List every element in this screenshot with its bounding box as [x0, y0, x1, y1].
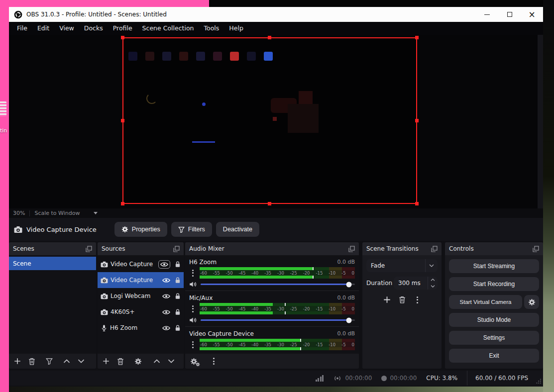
mute-toggle[interactable] [189, 281, 197, 288]
remove-transition-button[interactable] [399, 296, 406, 303]
duration-increment-button[interactable] [428, 277, 438, 283]
visibility-toggle[interactable] [158, 260, 170, 269]
visibility-toggle[interactable] [162, 294, 170, 299]
menu-help[interactable]: Help [224, 22, 248, 35]
duration-spinbox[interactable]: 300 ms [394, 277, 438, 290]
scene-transitions-header[interactable]: Scene Transitions [362, 242, 442, 255]
menu-view[interactable]: View [54, 22, 79, 35]
move-scene-down-button[interactable] [78, 359, 85, 363]
source-list-item[interactable]: 4K60S+ [98, 304, 184, 320]
source-list-item[interactable]: Video Capture [98, 256, 184, 272]
deactivate-button[interactable]: Deactivate [216, 222, 259, 237]
preview-scale-mode-select[interactable]: Scale to Window [34, 210, 80, 216]
visibility-toggle[interactable] [162, 325, 170, 331]
transform-handle[interactable] [121, 202, 124, 205]
visibility-toggle[interactable] [162, 278, 170, 283]
start-virtual-camera-button[interactable]: Start Virtual Camera [449, 295, 522, 309]
transform-handle[interactable] [415, 202, 419, 205]
titlebar[interactable]: OBS 31.0.3 - Profile: Untitled - Scenes:… [9, 7, 543, 22]
transform-handle[interactable] [121, 36, 124, 39]
exit-button[interactable]: Exit [449, 349, 539, 363]
lock-toggle[interactable] [175, 293, 181, 299]
transform-handle[interactable] [268, 202, 271, 205]
volume-slider-handle[interactable] [346, 282, 351, 287]
dock-popout-icon[interactable] [348, 246, 355, 252]
chevron-down-icon[interactable] [425, 259, 438, 272]
close-button[interactable]: × [521, 7, 543, 22]
mixer-options-button[interactable] [189, 303, 196, 314]
menu-edit[interactable]: Edit [32, 22, 54, 35]
transition-select[interactable]: Fade [366, 259, 438, 272]
scene-filters-button[interactable] [46, 358, 53, 365]
chevron-down-icon[interactable] [94, 212, 98, 214]
remove-scene-button[interactable] [28, 358, 35, 365]
sources-list[interactable]: Video Capture Video Capture Logi Webcam [98, 255, 184, 354]
advanced-audio-button[interactable] [190, 358, 198, 365]
menu-scene-collection[interactable]: Scene Collection [137, 22, 199, 35]
mute-toggle[interactable] [189, 317, 197, 323]
audio-mixer-header[interactable]: Audio Mixer [185, 242, 359, 255]
preview-canvas[interactable] [9, 35, 543, 208]
source-name: Video Capture [111, 277, 160, 284]
volume-slider[interactable] [201, 317, 355, 324]
dock-popout-icon[interactable] [86, 246, 92, 252]
virtual-camera-settings-button[interactable] [524, 295, 539, 309]
scenes-panel-header[interactable]: Scenes [9, 242, 96, 255]
start-streaming-button[interactable]: Start Streaming [449, 259, 539, 273]
lock-toggle[interactable] [175, 277, 181, 284]
remove-source-button[interactable] [117, 358, 124, 365]
minimize-button[interactable] [476, 7, 498, 22]
lock-toggle[interactable] [175, 261, 181, 268]
mixer-options-button[interactable] [189, 339, 196, 350]
mixer-options-button[interactable] [189, 267, 196, 279]
preview-zoom-level[interactable]: 30% [13, 210, 25, 216]
menu-tools[interactable]: Tools [199, 22, 224, 35]
add-source-button[interactable] [103, 358, 110, 365]
desktop-shortcut-icon[interactable] [0, 101, 6, 116]
desktop-wallpaper-pink [0, 0, 9, 392]
source-list-item[interactable]: Logi Webcam [98, 288, 184, 304]
record-status: 00:00:00 [381, 375, 417, 382]
transform-handle[interactable] [121, 119, 124, 122]
scene-list-item[interactable]: Scene [9, 257, 96, 270]
transform-handle[interactable] [415, 36, 419, 39]
lock-toggle[interactable] [175, 324, 181, 331]
move-scene-up-button[interactable] [63, 359, 70, 363]
transition-menu-button[interactable] [414, 296, 421, 303]
tick-label: -40 [251, 306, 258, 311]
move-source-up-button[interactable] [153, 359, 160, 363]
mixer-menu-button[interactable] [210, 358, 217, 365]
mixer-channel-name: Mic/Aux [189, 294, 213, 301]
menu-profile[interactable]: Profile [108, 22, 137, 35]
source-list-item[interactable]: H6 Zoom [98, 320, 184, 336]
properties-button[interactable]: Properties [114, 222, 167, 237]
filters-button[interactable]: Filters [171, 222, 212, 237]
dock-popout-icon[interactable] [173, 246, 180, 252]
source-list-item[interactable]: Video Capture [98, 272, 184, 288]
selected-source-bounds[interactable] [122, 37, 417, 204]
volume-slider[interactable] [201, 281, 355, 288]
menu-file[interactable]: File [12, 22, 32, 35]
add-scene-button[interactable] [14, 358, 21, 365]
start-recording-button[interactable]: Start Recording [449, 277, 539, 291]
lock-toggle[interactable] [175, 308, 181, 315]
controls-header[interactable]: Controls [445, 242, 543, 255]
maximize-button[interactable] [498, 7, 521, 22]
duration-decrement-button[interactable] [428, 283, 438, 290]
visibility-toggle[interactable] [162, 309, 170, 315]
transform-handle[interactable] [268, 36, 271, 39]
studio-mode-button[interactable]: Studio Mode [449, 313, 539, 327]
resize-grip[interactable] [536, 378, 542, 384]
dock-popout-icon[interactable] [431, 246, 438, 252]
add-transition-button[interactable] [383, 296, 391, 303]
move-source-down-button[interactable] [168, 359, 175, 363]
sources-panel-header[interactable]: Sources [98, 242, 184, 255]
dock-popout-icon[interactable] [533, 246, 539, 252]
settings-button[interactable]: Settings [449, 331, 539, 345]
menu-docks[interactable]: Docks [79, 22, 108, 35]
volume-slider-handle[interactable] [346, 317, 351, 323]
source-properties-button[interactable] [134, 358, 142, 365]
transform-handle[interactable] [415, 119, 419, 122]
tick-label: -40 [251, 342, 258, 347]
scenes-list[interactable]: Scene [9, 255, 96, 354]
